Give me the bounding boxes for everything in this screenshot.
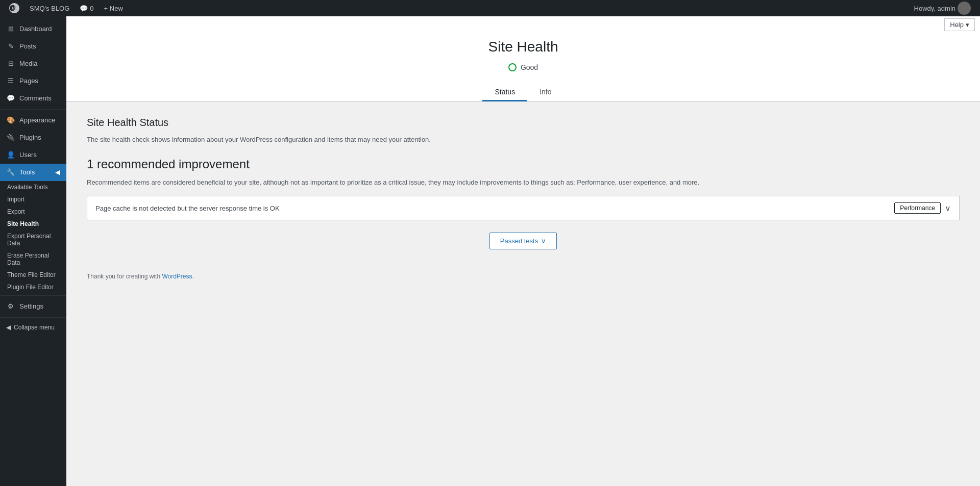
sidebar-item-users[interactable]: 👤 Users: [0, 146, 66, 164]
help-chevron-icon: ▾: [966, 21, 969, 29]
passed-tests-wrapper: Passed tests ∨: [87, 233, 960, 249]
sidebar-item-label: Users: [19, 151, 37, 160]
comments-icon: 💬: [6, 94, 15, 103]
section-description: The site health check shows information …: [87, 135, 960, 145]
submenu-export-personal-data[interactable]: Export Personal Data: [0, 230, 66, 249]
passed-tests-button[interactable]: Passed tests ∨: [489, 233, 557, 249]
content-area: Site Health Status The site health check…: [66, 101, 980, 265]
sidebar-item-label: Pages: [19, 77, 38, 86]
status-label: Good: [521, 63, 538, 71]
sidebar-item-label: Posts: [19, 42, 36, 51]
submenu-import[interactable]: Import: [0, 193, 66, 206]
improvement-detail: Recommended items are considered benefic…: [87, 177, 960, 188]
issue-expand-icon[interactable]: ∨: [945, 203, 951, 213]
sidebar-item-label: Appearance: [19, 116, 55, 125]
tools-submenu: Available Tools Import Export Site Healt…: [0, 181, 66, 293]
tab-status[interactable]: Status: [482, 84, 527, 101]
divider2: [0, 295, 66, 296]
improvement-count: 1 recommended improvement: [87, 157, 960, 171]
issue-item: Page cache is not detected but the serve…: [87, 196, 960, 220]
settings-icon: ⚙: [6, 302, 15, 311]
tab-bar: Status Info: [66, 80, 980, 101]
sidebar-item-posts[interactable]: ✎ Posts: [0, 38, 66, 55]
sidebar-item-tools[interactable]: 🔧 Tools ◀: [0, 164, 66, 181]
sidebar-item-label: Settings: [19, 302, 43, 311]
sidebar-item-label: Dashboard: [19, 25, 52, 34]
comment-icon: 💬: [80, 5, 88, 12]
footer-suffix: .: [192, 273, 194, 280]
sidebar-item-pages[interactable]: ☰ Pages: [0, 72, 66, 90]
submenu-plugin-file-editor[interactable]: Plugin File Editor: [0, 281, 66, 293]
site-name-text: SMQ's BLOG: [30, 5, 69, 12]
tools-arrow-icon: ◀: [55, 168, 60, 177]
sidebar-item-label: Media: [19, 60, 37, 68]
sidebar-item-media[interactable]: ⊟ Media: [0, 55, 66, 72]
issue-text: Page cache is not detected but the serve…: [95, 204, 894, 212]
users-icon: 👤: [6, 150, 15, 160]
new-label: + New: [104, 5, 123, 12]
help-label: Help: [950, 21, 964, 29]
main-content: Site Health Good Status Info Site Health…: [66, 16, 980, 486]
admin-bar: SMQ's BLOG 💬 0 + New Howdy, admin: [0, 0, 980, 16]
passed-tests-label: Passed tests: [500, 237, 538, 245]
collapse-icon: ◀: [6, 324, 11, 331]
status-circle-icon: [508, 63, 517, 71]
admin-avatar: [958, 2, 971, 15]
adminbar-wp-logo[interactable]: [5, 0, 23, 16]
submenu-erase-personal-data[interactable]: Erase Personal Data: [0, 249, 66, 269]
adminbar-howdy[interactable]: Howdy, admin: [910, 2, 975, 15]
sidebar-item-settings[interactable]: ⚙ Settings: [0, 298, 66, 315]
section-title: Site Health Status: [87, 117, 960, 129]
divider: [0, 109, 66, 110]
media-icon: ⊟: [6, 59, 15, 68]
sidebar: ⊞ Dashboard ✎ Posts ⊟ Media ☰ Pages 💬 Co…: [0, 16, 66, 486]
tab-info[interactable]: Info: [527, 84, 564, 101]
adminbar-site-name[interactable]: SMQ's BLOG: [26, 0, 74, 16]
adminbar-comments[interactable]: 💬 0: [76, 0, 97, 16]
site-health-header: Site Health Good Status Info: [66, 16, 980, 101]
help-button[interactable]: Help ▾: [944, 18, 975, 31]
divider3: [0, 317, 66, 318]
sidebar-item-plugins[interactable]: 🔌 Plugins: [0, 129, 66, 146]
sidebar-item-label: Comments: [19, 94, 52, 103]
submenu-available-tools[interactable]: Available Tools: [0, 181, 66, 193]
footer-prefix: Thank you for creating with: [87, 273, 162, 280]
howdy-text: Howdy, admin: [914, 5, 955, 12]
sidebar-item-dashboard[interactable]: ⊞ Dashboard: [0, 20, 66, 38]
sidebar-item-label: Plugins: [19, 134, 41, 142]
sidebar-item-appearance[interactable]: 🎨 Appearance: [0, 112, 66, 129]
plugins-icon: 🔌: [6, 133, 15, 142]
submenu-export[interactable]: Export: [0, 206, 66, 218]
appearance-icon: 🎨: [6, 116, 15, 125]
pages-icon: ☰: [6, 76, 15, 86]
footer: Thank you for creating with WordPress.: [66, 265, 980, 288]
adminbar-new[interactable]: + New: [100, 0, 127, 16]
posts-icon: ✎: [6, 42, 15, 51]
footer-wp-link[interactable]: WordPress: [162, 273, 192, 280]
page-title: Site Health: [66, 27, 980, 55]
collapse-menu-button[interactable]: ◀ Collapse menu: [0, 320, 66, 335]
submenu-theme-file-editor[interactable]: Theme File Editor: [0, 269, 66, 281]
sidebar-item-label: Tools: [19, 168, 35, 177]
comments-count: 0: [90, 5, 93, 12]
sidebar-item-comments[interactable]: 💬 Comments: [0, 90, 66, 107]
issue-badge: Performance: [894, 202, 941, 214]
tools-icon: 🔧: [6, 168, 15, 177]
collapse-label: Collapse menu: [14, 324, 55, 331]
dashboard-icon: ⊞: [6, 24, 15, 34]
status-indicator: Good: [66, 63, 980, 71]
submenu-site-health[interactable]: Site Health: [0, 218, 66, 230]
passed-tests-chevron-icon: ∨: [541, 237, 546, 245]
